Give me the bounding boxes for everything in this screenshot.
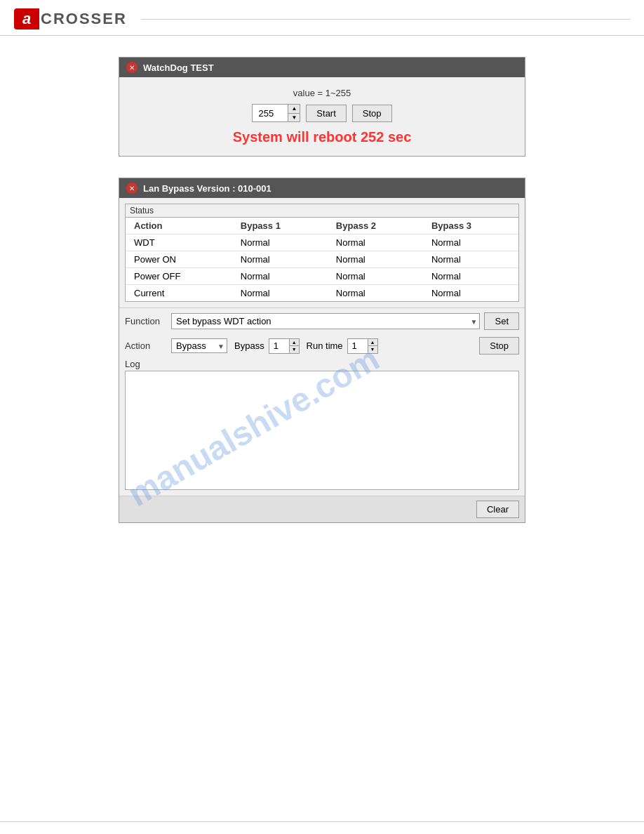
watchdog-spinner-arrows[interactable]: ▲ ▼ <box>288 105 300 121</box>
set-button[interactable]: Set <box>484 312 519 330</box>
value-range-label: value = 1~255 <box>130 88 514 98</box>
spinner-row: 255 ▲ ▼ Start Stop <box>130 104 514 122</box>
table-row: CurrentNormalNormalNormal <box>126 285 518 302</box>
table-row: WDTNormalNormalNormal <box>126 234 518 251</box>
watchdog-stop-button[interactable]: Stop <box>352 105 392 122</box>
col-header-bypass2: Bypass 2 <box>328 218 423 234</box>
lanbypass-close-button[interactable]: ✕ <box>126 183 137 194</box>
status-group: Status Action Bypass 1 Bypass 2 Bypass 3… <box>125 204 519 302</box>
log-footer: Clear <box>119 496 525 522</box>
logo-a: a <box>14 8 39 29</box>
watchdog-spinner[interactable]: 255 ▲ ▼ <box>252 104 300 122</box>
table-cell-bypass3: Normal <box>423 251 518 268</box>
action-dropdown-wrapper[interactable]: Bypass ▼ <box>171 338 227 353</box>
table-cell-bypass3: Normal <box>423 285 518 302</box>
log-section: Log <box>125 359 519 490</box>
lanbypass-panel: ✕ Lan Bypass Version : 010-001 Status Ac… <box>119 178 525 523</box>
function-dropdown-wrapper[interactable]: Set bypass WDT action ▼ <box>171 313 480 329</box>
col-header-bypass3: Bypass 3 <box>423 218 518 234</box>
watchdog-close-button[interactable]: ✕ <box>126 62 137 73</box>
clear-button[interactable]: Clear <box>476 501 519 518</box>
table-cell-action: WDT <box>126 234 232 251</box>
table-cell-bypass1: Normal <box>232 234 328 251</box>
status-table: Action Bypass 1 Bypass 2 Bypass 3 WDTNor… <box>126 218 518 301</box>
table-cell-bypass1: Normal <box>232 251 328 268</box>
watchdog-body: value = 1~255 255 ▲ ▼ Start Stop System … <box>119 77 525 156</box>
lanbypass-title: Lan Bypass Version : 010-001 <box>143 183 271 194</box>
runtime-spinner-value: 1 <box>348 339 368 352</box>
table-row: Power ONNormalNormalNormal <box>126 251 518 268</box>
table-cell-bypass3: Normal <box>423 268 518 285</box>
bypass-spinner-down[interactable]: ▼ <box>290 346 299 353</box>
watchdog-titlebar: ✕ WatchDog TEST <box>119 58 525 77</box>
status-group-label: Status <box>126 204 518 218</box>
action-dropdown[interactable]: Bypass <box>171 338 227 353</box>
runtime-spinner-up[interactable]: ▲ <box>368 339 377 347</box>
watchdog-start-button[interactable]: Start <box>306 105 346 122</box>
header: a CROSSER <box>0 0 644 36</box>
reboot-status-text: System will reboot 252 sec <box>130 129 514 145</box>
action-label: Action <box>125 340 167 351</box>
table-cell-bypass2: Normal <box>328 268 423 285</box>
log-area[interactable] <box>125 371 519 490</box>
col-header-bypass1: Bypass 1 <box>232 218 328 234</box>
action-stop-button[interactable]: Stop <box>479 337 519 355</box>
runtime-spinner-arrows[interactable]: ▲ ▼ <box>368 339 377 353</box>
bypass-spinner-up[interactable]: ▲ <box>290 339 299 347</box>
footer-line <box>0 821 644 834</box>
table-cell-action: Power OFF <box>126 268 232 285</box>
watchdog-spinner-up[interactable]: ▲ <box>288 105 300 114</box>
log-label: Log <box>125 359 519 369</box>
main-content: ✕ WatchDog TEST value = 1~255 255 ▲ ▼ St… <box>0 36 644 544</box>
table-cell-bypass2: Normal <box>328 234 423 251</box>
runtime-spinner[interactable]: 1 ▲ ▼ <box>347 338 378 354</box>
bypass-spinner-value: 1 <box>269 339 289 352</box>
logo: a CROSSER <box>14 8 127 29</box>
table-cell-bypass1: Normal <box>232 268 328 285</box>
col-header-action: Action <box>126 218 232 234</box>
table-cell-bypass2: Normal <box>328 251 423 268</box>
runtime-label: Run time <box>307 340 343 351</box>
bypass-spinner-arrows[interactable]: ▲ ▼ <box>289 339 299 353</box>
watchdog-title: WatchDog TEST <box>143 62 214 73</box>
table-row: Power OFFNormalNormalNormal <box>126 268 518 285</box>
table-cell-action: Current <box>126 285 232 302</box>
action-row: Action Bypass ▼ Bypass 1 ▲ ▼ Run time <box>119 334 525 359</box>
function-label: Function <box>125 316 167 326</box>
bypass-spinner[interactable]: 1 ▲ ▼ <box>269 338 300 354</box>
bypass-label: Bypass <box>234 340 264 351</box>
table-header-row: Action Bypass 1 Bypass 2 Bypass 3 <box>126 218 518 234</box>
watchdog-spinner-value: 255 <box>253 106 288 121</box>
function-dropdown[interactable]: Set bypass WDT action <box>171 313 480 329</box>
header-divider <box>141 19 630 20</box>
watchdog-panel: ✕ WatchDog TEST value = 1~255 255 ▲ ▼ St… <box>119 57 525 157</box>
status-table-body: WDTNormalNormalNormalPower ONNormalNorma… <box>126 234 518 302</box>
table-cell-bypass1: Normal <box>232 285 328 302</box>
table-cell-bypass3: Normal <box>423 234 518 251</box>
lanbypass-titlebar: ✕ Lan Bypass Version : 010-001 <box>119 178 525 198</box>
runtime-spinner-down[interactable]: ▼ <box>368 346 377 353</box>
table-cell-action: Power ON <box>126 251 232 268</box>
logo-crosser: CROSSER <box>39 10 127 28</box>
lanbypass-body: Status Action Bypass 1 Bypass 2 Bypass 3… <box>119 204 525 522</box>
table-cell-bypass2: Normal <box>328 285 423 302</box>
function-row: Function Set bypass WDT action ▼ Set <box>119 307 525 334</box>
watchdog-spinner-down[interactable]: ▼ <box>288 114 300 122</box>
